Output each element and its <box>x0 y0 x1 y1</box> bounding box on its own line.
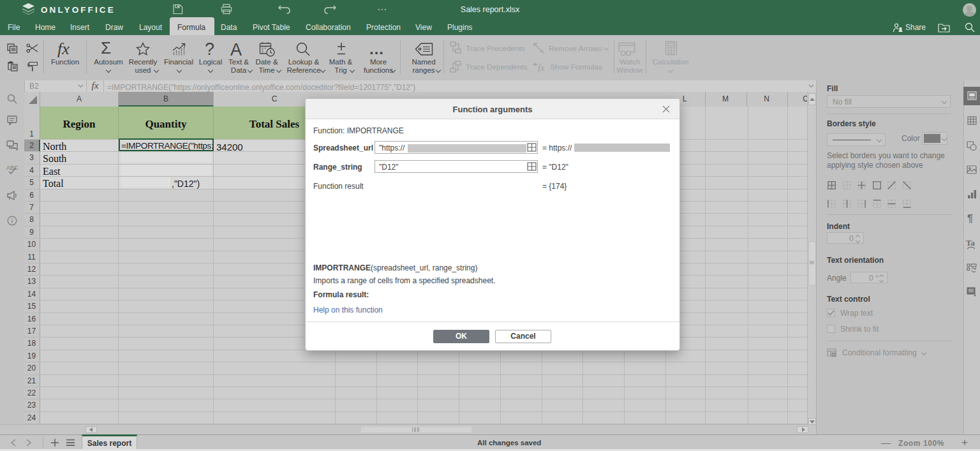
svg-text:fx: fx <box>538 63 545 73</box>
svg-text:ABC: ABC <box>6 165 18 171</box>
